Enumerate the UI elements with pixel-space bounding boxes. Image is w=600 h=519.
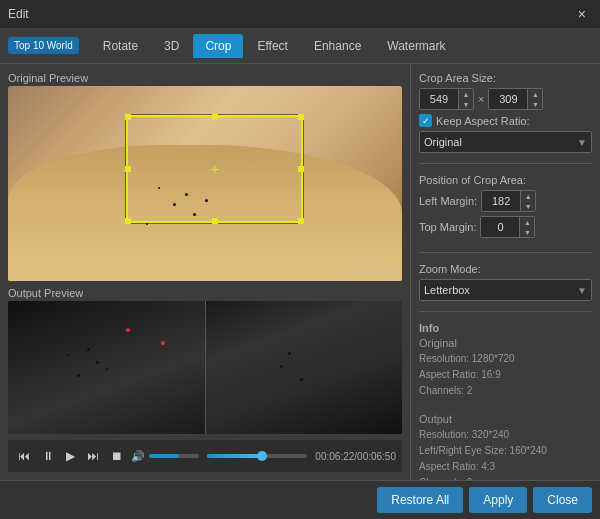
crop-handle-bm[interactable]: [212, 218, 218, 224]
crop-handle-ml[interactable]: [125, 166, 131, 172]
top-margin-row: Top Margin: ▲ ▼: [419, 216, 592, 238]
original-info-title: Original: [419, 337, 592, 349]
play-next-button[interactable]: ⏭: [83, 447, 103, 465]
crop-box[interactable]: +: [126, 115, 303, 222]
crop-area-size-label: Crop Area Size:: [419, 72, 592, 84]
divider-2: [419, 252, 592, 253]
out-insect-6: [288, 352, 291, 355]
top-margin-input[interactable]: [481, 217, 519, 237]
left-margin-row: Left Margin: ▲ ▼: [419, 190, 592, 212]
insect-6: [146, 223, 148, 225]
bottom-actions: Restore All Apply Close: [0, 480, 600, 519]
output-resolution: Resolution: 320*240: [419, 427, 592, 443]
tab-crop[interactable]: Crop: [193, 34, 243, 58]
red-dot-2: [161, 341, 165, 345]
output-left-eye: [8, 301, 206, 434]
width-up-button[interactable]: ▲: [459, 89, 473, 99]
output-aspect: Aspect Ratio: 4:3: [419, 459, 592, 475]
crop-handle-br[interactable]: [298, 218, 304, 224]
title-bar: Edit ×: [0, 0, 600, 28]
divider-3: [419, 311, 592, 312]
apply-button[interactable]: Apply: [469, 487, 527, 513]
output-right-eye: [206, 301, 403, 434]
progress-fill: [207, 454, 262, 458]
crop-handle-mr[interactable]: [298, 166, 304, 172]
progress-thumb[interactable]: [257, 451, 267, 461]
original-video-bg: Watch...canyons.com: [8, 86, 402, 281]
width-input[interactable]: [420, 89, 458, 109]
play-prev-button[interactable]: ⏮: [14, 447, 34, 465]
left-margin-spinners: ▲ ▼: [520, 191, 535, 211]
aspect-ratio-value: Original: [424, 136, 462, 148]
width-down-button[interactable]: ▼: [459, 99, 473, 109]
height-up-button[interactable]: ▲: [528, 89, 542, 99]
crop-handle-tm[interactable]: [212, 114, 218, 120]
original-channels: Channels: 2: [419, 383, 592, 399]
position-label: Position of Crop Area:: [419, 174, 592, 186]
restore-all-button[interactable]: Restore All: [377, 487, 463, 513]
keep-aspect-label: Keep Aspect Ratio:: [436, 115, 530, 127]
height-spinners: ▲ ▼: [527, 89, 542, 109]
info-label: Info: [419, 322, 592, 334]
out-insect-3: [77, 374, 80, 377]
top-margin-spinners: ▲ ▼: [519, 217, 534, 237]
stop-button[interactable]: ⏹: [107, 447, 127, 465]
crop-size-inputs: ▲ ▼ × ▲ ▼: [419, 88, 592, 110]
red-dot-1: [126, 328, 130, 332]
width-spinners: ▲ ▼: [458, 89, 473, 109]
tab-thumbnail-container: Top 10 World: [8, 37, 79, 54]
top-margin-wrapper: ▲ ▼: [480, 216, 535, 238]
output-split-view: [8, 301, 402, 434]
top-margin-up[interactable]: ▲: [520, 217, 534, 227]
crop-handle-tr[interactable]: [298, 114, 304, 120]
out-insect-8: [300, 378, 303, 381]
height-input-wrapper: ▲ ▼: [488, 88, 543, 110]
crop-center-cross: +: [211, 162, 219, 176]
output-preview-section: Output Preview: [8, 287, 402, 434]
crop-handle-bl[interactable]: [125, 218, 131, 224]
left-margin-input[interactable]: [482, 191, 520, 211]
divider-1: [419, 163, 592, 164]
left-margin-wrapper: ▲ ▼: [481, 190, 536, 212]
top-margin-down[interactable]: ▼: [520, 227, 534, 237]
output-left-bg: [8, 301, 205, 434]
video-thumbnail-tab[interactable]: Top 10 World: [8, 37, 79, 54]
tab-watermark[interactable]: Watermark: [375, 34, 457, 58]
tab-3d[interactable]: 3D: [152, 34, 191, 58]
close-window-button[interactable]: ×: [572, 4, 592, 24]
height-down-button[interactable]: ▼: [528, 99, 542, 109]
output-preview-container: [8, 301, 402, 434]
pause-button[interactable]: ⏸: [38, 447, 58, 465]
width-input-wrapper: ▲ ▼: [419, 88, 474, 110]
original-preview-section: Original Preview Watch...canyons.com: [8, 72, 402, 281]
tab-effect[interactable]: Effect: [245, 34, 299, 58]
zoom-mode-select[interactable]: Letterbox ▼: [419, 279, 592, 301]
original-aspect: Aspect Ratio: 16:9: [419, 367, 592, 383]
left-panel: Original Preview Watch...canyons.com: [0, 64, 410, 480]
left-margin-down[interactable]: ▼: [521, 201, 535, 211]
close-button[interactable]: Close: [533, 487, 592, 513]
progress-slider[interactable]: [207, 454, 307, 458]
left-margin-label: Left Margin:: [419, 195, 477, 207]
output-preview-label: Output Preview: [8, 287, 402, 299]
volume-slider[interactable]: [149, 454, 199, 458]
zoom-mode-label: Zoom Mode:: [419, 263, 592, 275]
volume-fill: [149, 454, 179, 458]
tab-enhance[interactable]: Enhance: [302, 34, 373, 58]
original-preview-container: Watch...canyons.com: [8, 86, 402, 281]
tab-bar: Top 10 World Rotate 3D Crop Effect Enhan…: [0, 28, 600, 64]
tab-rotate[interactable]: Rotate: [91, 34, 150, 58]
aspect-ratio-select[interactable]: Original ▼: [419, 131, 592, 153]
out-insect-1: [87, 348, 90, 351]
crop-handle-tl[interactable]: [125, 114, 131, 120]
keep-aspect-row: Keep Aspect Ratio:: [419, 114, 592, 127]
keep-aspect-checkbox[interactable]: [419, 114, 432, 127]
play-button[interactable]: ▶: [62, 447, 79, 465]
main-content: Original Preview Watch...canyons.com: [0, 64, 600, 480]
edit-window: Edit × Top 10 World Rotate 3D Crop Effec…: [0, 0, 600, 519]
right-panel: Crop Area Size: ▲ ▼ × ▲ ▼: [410, 64, 600, 480]
transport-bar: ⏮ ⏸ ▶ ⏭ ⏹ 🔊 00:06:22/00:06:50: [8, 440, 402, 472]
volume-icon: 🔊: [131, 450, 145, 463]
height-input[interactable]: [489, 89, 527, 109]
left-margin-up[interactable]: ▲: [521, 191, 535, 201]
